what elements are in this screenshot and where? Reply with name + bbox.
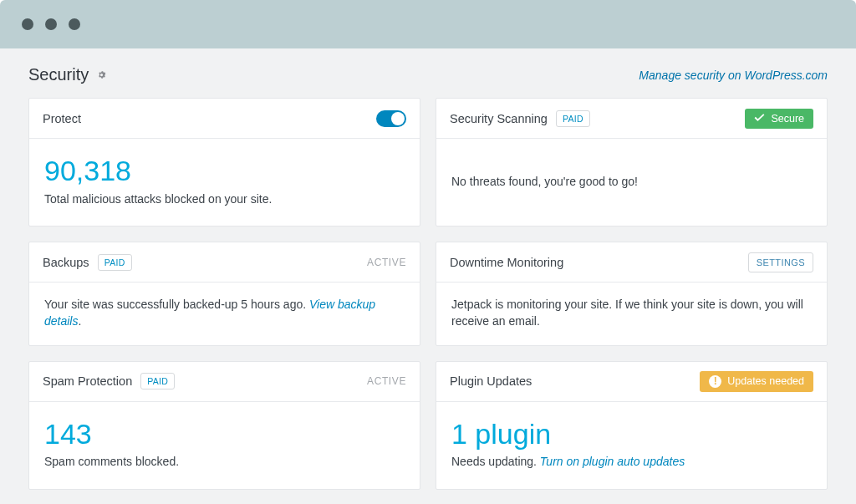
traffic-light-close[interactable] — [22, 18, 33, 30]
plugin-auto-updates-link[interactable]: Turn on plugin auto updates — [540, 455, 685, 468]
check-icon — [754, 113, 765, 125]
spam-caption: Spam comments blocked. — [44, 453, 405, 470]
card-title: Security Scanning — [450, 112, 548, 125]
downtime-body: Jetpack is monitoring your site. If we t… — [451, 296, 812, 330]
card-header: Spam Protection PAID ACTIVE — [29, 362, 420, 402]
page-title: Security — [28, 65, 89, 84]
card-plugin-updates: Plugin Updates ! Updates needed 1 plugin… — [436, 361, 828, 490]
card-body: Jetpack is monitoring your site. If we t… — [436, 283, 827, 345]
card-header: Protect — [29, 99, 420, 139]
traffic-light-zoom[interactable] — [69, 18, 80, 30]
manage-security-link[interactable]: Manage security on WordPress.com — [639, 69, 828, 82]
plugins-count: 1 plugin — [451, 419, 812, 450]
secure-badge-label: Secure — [771, 113, 804, 125]
updates-needed-badge: ! Updates needed — [700, 371, 813, 392]
protect-caption: Total malicious attacks blocked on your … — [44, 191, 405, 207]
backups-body: Your site was successfully backed-up 5 h… — [44, 296, 405, 330]
spam-count: 143 — [44, 419, 405, 450]
card-security-scanning: Security Scanning PAID Secure No threats… — [436, 98, 828, 227]
card-header: Plugin Updates ! Updates needed — [436, 362, 827, 402]
secure-badge: Secure — [745, 109, 813, 129]
card-header: Backups PAID ACTIVE — [29, 242, 420, 283]
settings-button[interactable]: SETTINGS — [748, 252, 813, 272]
card-body: 143 Spam comments blocked. — [29, 402, 420, 489]
protect-toggle[interactable] — [376, 110, 406, 127]
app-body: Security Manage security on WordPress.co… — [0, 48, 856, 504]
paid-badge: PAID — [98, 254, 132, 271]
plugins-caption-text: Needs updating. — [451, 455, 540, 468]
cards-grid: Protect 90,318 Total malicious attacks b… — [28, 98, 828, 490]
card-title: Protect — [43, 112, 81, 125]
card-header: Security Scanning PAID Secure — [436, 99, 827, 139]
card-protect: Protect 90,318 Total malicious attacks b… — [28, 98, 420, 227]
backups-text: Your site was successfully backed-up 5 h… — [44, 298, 309, 311]
traffic-light-minimize[interactable] — [45, 18, 57, 30]
gear-icon[interactable] — [96, 69, 107, 80]
card-body: Your site was successfully backed-up 5 h… — [29, 283, 420, 345]
card-downtime-monitoring: Downtime Monitoring SETTINGS Jetpack is … — [436, 242, 828, 346]
active-label: ACTIVE — [367, 257, 406, 268]
card-body: 1 plugin Needs updating. Turn on plugin … — [436, 402, 827, 489]
card-title: Plugin Updates — [450, 374, 532, 388]
card-spam-protection: Spam Protection PAID ACTIVE 143 Spam com… — [28, 361, 420, 490]
card-backups: Backups PAID ACTIVE Your site was succes… — [28, 242, 420, 346]
active-label: ACTIVE — [367, 375, 406, 387]
card-title: Spam Protection — [43, 374, 132, 388]
alert-icon: ! — [709, 375, 721, 388]
paid-badge: PAID — [556, 110, 590, 127]
card-body: No threats found, you're good to go! — [436, 139, 827, 226]
page-title-wrap: Security — [28, 65, 107, 84]
paid-badge: PAID — [140, 373, 175, 389]
card-title: Downtime Monitoring — [450, 256, 563, 269]
window-chrome — [0, 0, 856, 48]
card-header: Downtime Monitoring SETTINGS — [436, 242, 827, 283]
scanning-body: No threats found, you're good to go! — [451, 173, 812, 190]
card-title: Backups — [43, 256, 89, 269]
page-header: Security Manage security on WordPress.co… — [28, 65, 828, 84]
updates-badge-label: Updates needed — [727, 375, 804, 387]
card-body: 90,318 Total malicious attacks blocked o… — [29, 139, 420, 226]
backups-period: . — [78, 314, 81, 328]
protect-count: 90,318 — [44, 155, 405, 186]
plugins-caption: Needs updating. Turn on plugin auto upda… — [451, 453, 812, 470]
